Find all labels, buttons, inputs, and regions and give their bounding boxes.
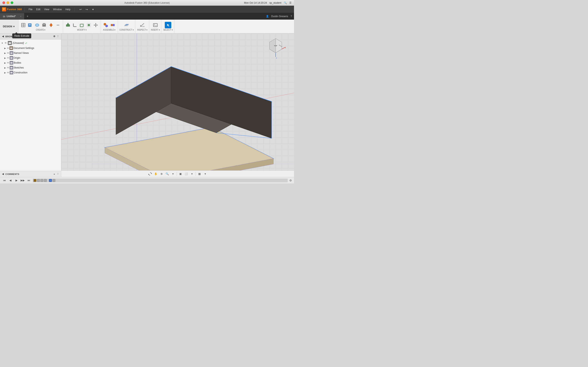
app-name: Fusion 360 xyxy=(7,8,22,11)
view-layout-btn[interactable]: ▦ xyxy=(197,171,202,176)
design-mode-button[interactable]: DESIGN ▾ xyxy=(0,20,18,33)
orbit-tool-btn[interactable] xyxy=(148,171,153,176)
select-chevron: ▾ xyxy=(172,29,173,31)
timeline-play-btn[interactable]: ▶ xyxy=(14,178,19,183)
svg-text:Z: Z xyxy=(276,57,277,59)
timeline-marker-4[interactable] xyxy=(52,179,55,182)
view-layout-dropdown[interactable]: ▾ xyxy=(203,171,208,176)
svg-rect-8 xyxy=(43,23,45,25)
titlebar-right: Mon Oct 14 14:20:24 sp_student 🔍 ☰ xyxy=(244,1,292,4)
tree-root[interactable]: ▼ 👁 (Unsaved) ✓ xyxy=(0,40,61,46)
sketches-eye-icon[interactable]: 👁 xyxy=(7,67,9,69)
system-username: sp_student xyxy=(269,1,281,4)
tree-sketches[interactable]: ▶ 👁 Sketches xyxy=(0,65,61,70)
timeline-marker-2[interactable] xyxy=(40,179,43,182)
tree-bodies[interactable]: ▶ 👁 Bodies xyxy=(0,60,61,65)
root-eye-icon[interactable]: 👁 xyxy=(4,42,7,44)
comments-settings-icon[interactable]: + xyxy=(54,173,55,175)
select-tool[interactable] xyxy=(165,22,171,28)
named-views-eye-icon[interactable]: 👁 xyxy=(7,52,9,54)
close-button[interactable] xyxy=(2,1,5,4)
timeline-settings-icon[interactable]: ⚙ xyxy=(289,179,292,182)
maximize-button[interactable] xyxy=(11,1,13,4)
svg-rect-40 xyxy=(10,62,12,64)
timeline-start-btn[interactable]: ⏮ xyxy=(2,178,7,183)
modify-fillet[interactable] xyxy=(72,22,78,28)
timeline-extrude-marker[interactable] xyxy=(49,179,52,182)
menu-view[interactable]: View xyxy=(43,7,51,11)
comments-expand-icon[interactable]: ⋮ xyxy=(57,173,59,175)
svg-rect-42 xyxy=(10,72,12,73)
tab-untitled[interactable]: 🗂 Untitled* × xyxy=(0,13,25,19)
construction-eye-icon[interactable]: 👁 xyxy=(7,71,9,74)
construct-icons xyxy=(123,22,130,28)
menu-file[interactable]: File xyxy=(27,7,34,11)
insert-image[interactable] xyxy=(152,22,159,28)
modify-shell[interactable] xyxy=(79,22,85,28)
redo-button[interactable]: ↪ xyxy=(84,7,89,12)
navigation-cube[interactable]: TOP RIGHT Z X xyxy=(265,36,286,59)
search-icon[interactable]: 🔍 xyxy=(284,1,287,4)
create-extrude-tool[interactable] xyxy=(41,22,47,28)
undo-button[interactable]: ↩ xyxy=(78,7,83,12)
zoom-fit-btn[interactable]: ⊕ xyxy=(159,171,164,176)
help-icon[interactable]: ? xyxy=(291,15,292,18)
minimize-button[interactable] xyxy=(7,1,9,4)
browser-collapse-icon[interactable]: ⋮ xyxy=(57,35,59,38)
pan-tool-btn[interactable]: ✋ xyxy=(153,171,158,176)
modify-press-pull[interactable] xyxy=(65,22,71,28)
timeline-next-btn[interactable]: ▶▶ xyxy=(20,178,25,183)
more-button[interactable]: ▾ xyxy=(90,7,95,12)
create-sketch-tool[interactable] xyxy=(27,22,34,28)
sketches-label: Sketches xyxy=(14,66,24,69)
menu-window[interactable]: Window xyxy=(52,7,63,11)
origin-eye-icon[interactable]: 👁 xyxy=(7,57,9,59)
timeline-sketch-marker[interactable] xyxy=(34,179,36,182)
timeline-end-btn[interactable]: ⏭ xyxy=(26,178,31,183)
grid-display-btn[interactable]: ⬜ xyxy=(184,171,189,176)
notification-icon[interactable]: ☰ xyxy=(289,1,292,4)
tree-origin[interactable]: ▶ 👁 Origin xyxy=(0,55,61,60)
timeline-marker-3[interactable] xyxy=(44,179,47,182)
assemble-joint[interactable] xyxy=(103,22,109,28)
doc-settings-eye-icon[interactable]: ⚙ xyxy=(7,47,9,50)
inspect-chevron: ▾ xyxy=(146,29,147,31)
svg-rect-41 xyxy=(10,67,12,68)
construct-offset-plane[interactable] xyxy=(123,22,130,28)
svg-point-9 xyxy=(57,25,57,25)
new-tab-button[interactable]: + xyxy=(25,13,30,19)
toolbar-divider xyxy=(24,7,25,11)
tab-title: Untitled* xyxy=(7,15,16,18)
viewport[interactable]: TOP RIGHT Z X ✋ ⊕ 🔍 ▾ ▣ ⬜ ▾ ▦ ▾ xyxy=(61,33,294,177)
assemble-rigid[interactable] xyxy=(109,22,116,28)
zoom-dropdown-btn[interactable]: ▾ xyxy=(171,171,175,176)
create-revolve-tool[interactable] xyxy=(48,22,54,28)
inspect-measure[interactable]: mm xyxy=(139,22,146,28)
viewport-bottom-toolbar: ✋ ⊕ 🔍 ▾ ▣ ⬜ ▾ ▦ ▾ xyxy=(61,170,294,177)
collapse-comments-icon[interactable]: ◀ xyxy=(2,173,4,175)
svg-marker-20 xyxy=(95,23,96,24)
account-icon[interactable]: 👤 xyxy=(266,15,269,18)
svg-rect-37 xyxy=(10,48,12,49)
tab-close-button[interactable]: × xyxy=(20,15,21,17)
traffic-lights[interactable] xyxy=(2,1,13,4)
tree-doc-settings[interactable]: ▶ ⚙ Document Settings xyxy=(0,46,61,50)
timeline-marker-1[interactable] xyxy=(37,179,40,182)
assemble-icons xyxy=(103,22,116,28)
bodies-eye-icon[interactable]: 👁 xyxy=(7,62,9,64)
timeline-prev-btn[interactable]: ◀ xyxy=(8,178,13,183)
zoom-in-btn[interactable]: 🔍 xyxy=(165,171,170,176)
menu-edit[interactable]: Edit xyxy=(35,7,42,11)
modify-scale[interactable] xyxy=(86,22,92,28)
tree-construction[interactable]: ▶ 👁 Construction xyxy=(0,70,61,75)
menu-help[interactable]: Help xyxy=(64,7,72,11)
browser-settings-icon[interactable]: ⚙ xyxy=(53,35,56,38)
modify-move[interactable] xyxy=(93,22,99,28)
new-component-tool[interactable] xyxy=(20,22,26,28)
display-mode-btn[interactable]: ▣ xyxy=(178,171,183,176)
create-more-tool[interactable] xyxy=(55,22,61,28)
tree-named-views[interactable]: ▶ 👁 Named Views xyxy=(0,50,61,55)
create-form-tool[interactable] xyxy=(34,22,40,28)
display-settings-btn[interactable]: ▾ xyxy=(190,171,194,176)
collapse-left-icon[interactable]: ◀ xyxy=(2,35,4,38)
